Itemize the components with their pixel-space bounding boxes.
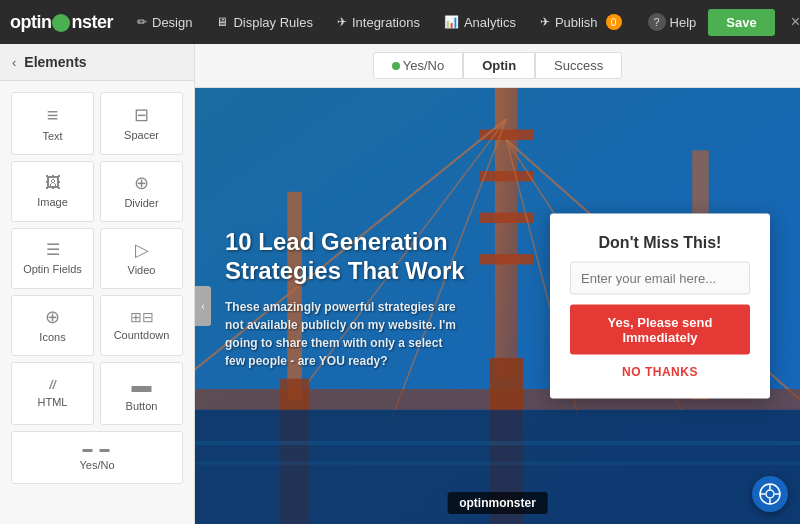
tab-yesno-dot (392, 62, 400, 70)
countdown-icon: ⊞⊟ (130, 310, 154, 324)
text-icon (47, 105, 59, 125)
analytics-icon: 📊 (444, 15, 459, 29)
element-yesno[interactable]: ▬ ▬ Yes/No (11, 431, 183, 484)
yesno-icon: ▬ ▬ (83, 444, 112, 454)
element-divider[interactable]: ⊕ Divider (100, 161, 183, 222)
icons-icon: ⊕ (45, 308, 60, 326)
element-countdown[interactable]: ⊞⊟ Countdown (100, 295, 183, 356)
svg-rect-19 (195, 462, 800, 465)
display-rules-icon: 🖥 (216, 15, 228, 29)
element-spacer-label: Spacer (124, 129, 159, 141)
svg-rect-18 (195, 441, 800, 445)
element-html[interactable]: // HTML (11, 362, 94, 425)
popup-box: Don't Miss This! Yes, Please send Immedi… (550, 214, 770, 399)
logo-text: optin (10, 12, 51, 33)
element-text-label: Text (42, 130, 62, 142)
tab-success[interactable]: Success (535, 52, 622, 79)
headline-area: 10 Lead Generation Strategies That Work … (225, 228, 465, 370)
preview-background: ‹ 10 Lead Generation Strategies That Wor… (195, 88, 800, 524)
help-fab-icon (759, 483, 781, 505)
element-spacer[interactable]: ⊟ Spacer (100, 92, 183, 155)
html-icon: // (49, 379, 56, 391)
image-icon: 🖼 (45, 175, 61, 191)
nav-display-rules[interactable]: 🖥 Display Rules (206, 9, 322, 36)
nav-integrations-label: Integrations (352, 15, 420, 30)
nav-design[interactable]: ✏ Design (127, 9, 202, 36)
logo-monster-icon (52, 14, 70, 32)
element-countdown-label: Countdown (114, 329, 170, 341)
close-button[interactable]: × (783, 7, 800, 37)
popup-primary-button[interactable]: Yes, Please send Immediately (570, 305, 750, 355)
elements-grid: Text ⊟ Spacer 🖼 Image ⊕ Divider ☰ Optin … (0, 81, 194, 495)
nav-publish-label: Publish (555, 15, 598, 30)
element-image[interactable]: 🖼 Image (11, 161, 94, 222)
element-button[interactable]: ▬ Button (100, 362, 183, 425)
nav-display-rules-label: Display Rules (233, 15, 312, 30)
button-icon: ▬ (132, 375, 152, 395)
main-layout: ‹ Elements Text ⊟ Spacer 🖼 Image ⊕ Divid… (0, 44, 800, 524)
nav-design-label: Design (152, 15, 192, 30)
preview-canvas: ‹ 10 Lead Generation Strategies That Wor… (195, 88, 800, 524)
publish-badge: 0 (606, 14, 622, 30)
tab-yesno-label: Yes/No (403, 58, 444, 73)
element-button-label: Button (126, 400, 158, 412)
element-yesno-label: Yes/No (79, 459, 114, 471)
nav-integrations[interactable]: ✈ Integrations (327, 9, 430, 36)
footer-logo: optinmonster (447, 492, 548, 514)
video-icon: ▷ (135, 241, 149, 259)
tab-optin[interactable]: Optin (463, 52, 535, 79)
element-image-label: Image (37, 196, 68, 208)
nav-analytics[interactable]: 📊 Analytics (434, 9, 526, 36)
logo: optin nster (10, 12, 113, 33)
element-video[interactable]: ▷ Video (100, 228, 183, 289)
tab-bar: Yes/No Optin Success (195, 44, 800, 88)
svg-rect-15 (280, 379, 309, 524)
optin-fields-icon: ☰ (46, 242, 60, 258)
popup-email-input[interactable] (570, 262, 750, 295)
headline-text: 10 Lead Generation Strategies That Work (225, 228, 465, 286)
nav-analytics-label: Analytics (464, 15, 516, 30)
nav-publish[interactable]: ✈ Publish 0 (530, 8, 632, 36)
design-icon: ✏ (137, 15, 147, 29)
svg-rect-4 (479, 171, 533, 181)
content-area: Yes/No Optin Success (195, 44, 800, 524)
help-fab-button[interactable] (752, 476, 788, 512)
tab-yesno[interactable]: Yes/No (373, 52, 463, 79)
element-divider-label: Divider (124, 197, 158, 209)
publish-icon: ✈ (540, 15, 550, 29)
divider-icon: ⊕ (134, 174, 149, 192)
element-icons-label: Icons (39, 331, 65, 343)
svg-rect-1 (495, 88, 518, 379)
subtext: These amazingly powerful strategies are … (225, 298, 465, 370)
help-question-icon: ? (648, 13, 666, 31)
svg-rect-5 (479, 213, 533, 223)
collapse-sidebar-button[interactable]: ‹ (195, 286, 211, 326)
element-text[interactable]: Text (11, 92, 94, 155)
integrations-icon: ✈ (337, 15, 347, 29)
element-optin-fields-label: Optin Fields (23, 263, 82, 275)
nav-help[interactable]: ? Help (640, 7, 705, 37)
save-button[interactable]: Save (708, 9, 774, 36)
element-optin-fields[interactable]: ☰ Optin Fields (11, 228, 94, 289)
sidebar: ‹ Elements Text ⊟ Spacer 🖼 Image ⊕ Divid… (0, 44, 195, 524)
sidebar-back-button[interactable]: ‹ (12, 55, 16, 70)
sidebar-header: ‹ Elements (0, 44, 194, 81)
spacer-icon: ⊟ (134, 106, 149, 124)
popup-title: Don't Miss This! (570, 234, 750, 252)
logo-text2: nster (71, 12, 113, 33)
element-icons[interactable]: ⊕ Icons (11, 295, 94, 356)
popup-no-thanks-button[interactable]: NO THANKS (570, 365, 750, 379)
help-label: Help (670, 15, 697, 30)
svg-point-21 (766, 490, 774, 498)
sidebar-title: Elements (24, 54, 86, 70)
svg-rect-6 (479, 254, 533, 264)
element-video-label: Video (128, 264, 156, 276)
top-nav: optin nster ✏ Design 🖥 Display Rules ✈ I… (0, 0, 800, 44)
svg-rect-3 (479, 130, 533, 140)
element-html-label: HTML (38, 396, 68, 408)
